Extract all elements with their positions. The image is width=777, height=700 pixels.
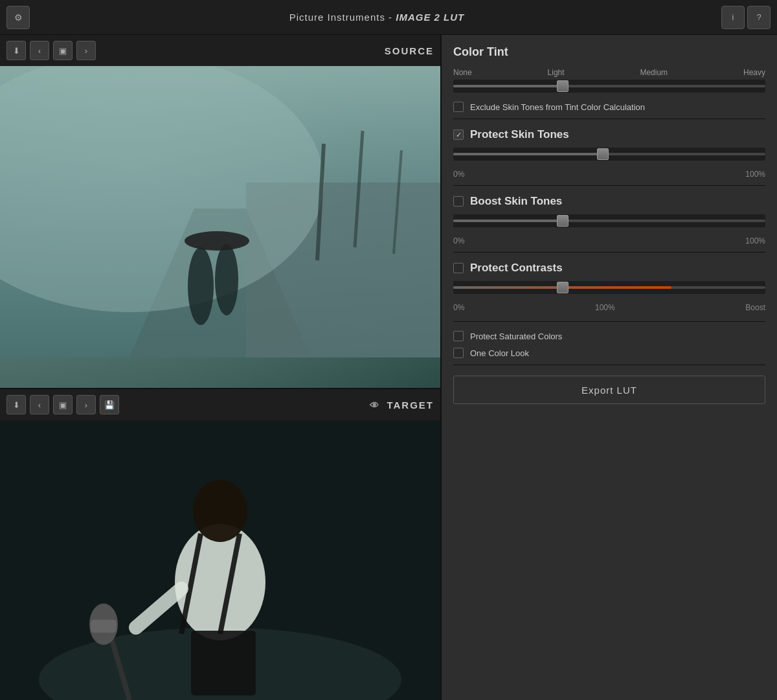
protect-contrasts-header: Protect Contrasts <box>453 262 765 275</box>
main-content: ⬇ ‹ ▣ › SOURCE <box>0 35 777 700</box>
divider-4 <box>453 321 765 322</box>
help-button[interactable]: ? <box>747 6 771 29</box>
svg-rect-19 <box>91 620 117 633</box>
source-dropdown-btn[interactable]: ⬇ <box>6 41 26 60</box>
source-folder-btn[interactable]: ▣ <box>53 41 73 60</box>
tint-slider-labels: None Light Medium Heavy <box>453 68 765 77</box>
source-label: SOURCE <box>100 45 434 56</box>
protect-skin-tones-label: Protect Skin Tones <box>470 128 569 141</box>
target-next-btn[interactable]: › <box>76 395 96 414</box>
protect-saturated-colors-checkbox[interactable] <box>453 331 464 341</box>
target-image <box>0 420 440 700</box>
tint-label-heavy: Heavy <box>743 68 765 77</box>
app-title: Picture Instruments - IMAGE 2 LUT <box>35 12 719 23</box>
svg-point-6 <box>185 231 249 251</box>
boost-skin-tones-max: 100% <box>745 236 765 245</box>
color-tint-title: Color Tint <box>453 45 765 59</box>
svg-rect-20 <box>191 631 256 695</box>
source-prev-btn[interactable]: ‹ <box>30 41 49 60</box>
contrasts-max-label: Boost <box>745 303 765 312</box>
source-image <box>0 66 440 388</box>
boost-skin-tones-checkbox[interactable] <box>453 196 464 207</box>
protect-saturated-colors-row: Protect Saturated Colors <box>453 331 765 341</box>
tint-label-light: Light <box>548 68 565 77</box>
one-color-look-label: One Color Look <box>470 348 529 358</box>
protect-skin-tones-max: 100% <box>745 170 765 179</box>
tint-slider[interactable] <box>453 80 765 93</box>
divider-2 <box>453 185 765 186</box>
target-section: ⬇ ‹ ▣ › 💾 👁 TARGET <box>0 389 440 700</box>
tint-label-medium: Medium <box>640 68 668 77</box>
protect-skin-tones-slider[interactable] <box>453 148 765 161</box>
divider-5 <box>453 365 765 365</box>
boost-skin-tones-label: Boost Skin Tones <box>470 195 562 208</box>
target-dropdown-btn[interactable]: ⬇ <box>6 395 26 414</box>
protect-contrasts-labels: 0% 100% Boost <box>453 303 765 312</box>
protect-skin-tones-min: 0% <box>453 170 464 179</box>
contrasts-min-label: 0% <box>453 303 464 312</box>
svg-point-13 <box>193 480 247 542</box>
divider-3 <box>453 252 765 253</box>
exclude-skin-tones-checkbox[interactable] <box>453 102 464 112</box>
tint-label-none: None <box>453 68 472 77</box>
target-label: 👁 TARGET <box>123 400 434 411</box>
svg-point-5 <box>215 244 238 315</box>
target-toolbar: ⬇ ‹ ▣ › 💾 👁 TARGET <box>0 389 440 420</box>
protect-contrasts-checkbox[interactable] <box>453 263 464 273</box>
source-section: ⬇ ‹ ▣ › SOURCE <box>0 35 440 389</box>
boost-skin-tones-header: Boost Skin Tones <box>453 195 765 208</box>
exclude-skin-tones-label: Exclude Skin Tones from Tint Color Calcu… <box>470 102 645 112</box>
svg-point-4 <box>188 247 214 325</box>
protect-skin-tones-header: Protect Skin Tones <box>453 128 765 141</box>
target-folder-btn[interactable]: ▣ <box>53 395 73 414</box>
boost-skin-tones-slider[interactable] <box>453 214 765 227</box>
title-bar: ⚙ Picture Instruments - IMAGE 2 LUT i ? <box>0 0 777 35</box>
one-color-look-checkbox[interactable] <box>453 348 464 358</box>
target-save-btn[interactable]: 💾 <box>100 395 119 414</box>
target-prev-btn[interactable]: ‹ <box>30 395 49 414</box>
right-panel: Color Tint None Light Medium Heavy Exclu… <box>440 35 777 700</box>
protect-contrasts-label: Protect Contrasts <box>470 262 563 275</box>
eye-icon: 👁 <box>370 400 380 411</box>
protect-skin-tones-percent-labels: 0% 100% <box>453 170 765 179</box>
info-button[interactable]: i <box>721 6 745 29</box>
left-panel: ⬇ ‹ ▣ › SOURCE <box>0 35 440 700</box>
protect-saturated-colors-label: Protect Saturated Colors <box>470 332 562 341</box>
one-color-look-row: One Color Look <box>453 348 765 358</box>
export-lut-button[interactable]: Export LUT <box>453 376 765 404</box>
divider-1 <box>453 119 765 119</box>
contrasts-mid-label: 100% <box>595 303 615 312</box>
app-icon: ⚙ <box>6 6 30 29</box>
source-next-btn[interactable]: › <box>76 41 96 60</box>
boost-skin-tones-percent-labels: 0% 100% <box>453 236 765 245</box>
exclude-skin-tones-row: Exclude Skin Tones from Tint Color Calcu… <box>453 102 765 112</box>
source-toolbar: ⬇ ‹ ▣ › SOURCE <box>0 35 440 66</box>
boost-skin-tones-min: 0% <box>453 236 464 245</box>
protect-contrasts-slider[interactable] <box>453 281 765 294</box>
protect-skin-tones-checkbox[interactable] <box>453 130 464 140</box>
